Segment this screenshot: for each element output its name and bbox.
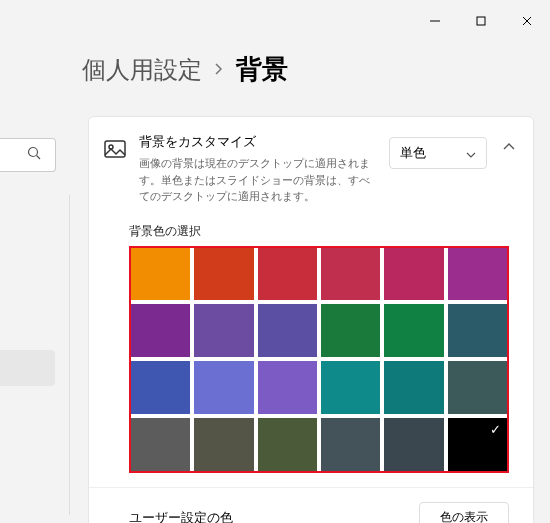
breadcrumb-current: 背景 bbox=[236, 52, 288, 87]
breadcrumb-parent[interactable]: 個人用設定 bbox=[82, 54, 202, 86]
collapse-chevron-icon[interactable] bbox=[499, 143, 519, 151]
color-swatch[interactable] bbox=[321, 418, 380, 471]
color-swatch[interactable] bbox=[321, 304, 380, 357]
color-section-label: 背景色の選択 bbox=[89, 219, 533, 246]
window-titlebar bbox=[0, 0, 550, 40]
color-swatch[interactable] bbox=[321, 361, 380, 414]
color-swatch[interactable] bbox=[131, 361, 190, 414]
customize-header: 背景をカスタマイズ 画像の背景は現在のデスクトップに適用されます。単色またはスラ… bbox=[89, 117, 533, 219]
color-swatch[interactable] bbox=[131, 304, 190, 357]
chevron-right-icon bbox=[214, 62, 224, 78]
view-colors-label: 色の表示 bbox=[440, 510, 488, 523]
color-swatch[interactable] bbox=[448, 304, 507, 357]
close-button[interactable] bbox=[504, 6, 550, 36]
color-swatch[interactable] bbox=[384, 418, 443, 471]
color-swatch[interactable] bbox=[194, 361, 253, 414]
color-swatch[interactable] bbox=[258, 248, 317, 301]
custom-color-row: ユーザー設定の色 色の表示 bbox=[89, 488, 533, 523]
color-swatch[interactable] bbox=[321, 248, 380, 301]
color-swatch[interactable] bbox=[384, 248, 443, 301]
breadcrumb: 個人用設定 背景 bbox=[0, 40, 550, 105]
search-icon bbox=[27, 146, 41, 164]
chevron-down-icon bbox=[466, 146, 476, 161]
search-input[interactable] bbox=[0, 138, 56, 172]
color-swatch[interactable] bbox=[448, 248, 507, 301]
svg-line-5 bbox=[37, 156, 41, 160]
color-swatch[interactable] bbox=[448, 361, 507, 414]
customize-description: 画像の背景は現在のデスクトップに適用されます。単色またはスライドショーの背景は、… bbox=[139, 155, 377, 205]
picture-icon bbox=[103, 137, 127, 161]
color-swatch[interactable] bbox=[194, 304, 253, 357]
color-swatch[interactable] bbox=[258, 304, 317, 357]
color-swatch[interactable] bbox=[131, 248, 190, 301]
color-grid: ✓ bbox=[131, 248, 507, 472]
custom-color-label: ユーザー設定の色 bbox=[129, 509, 233, 523]
svg-rect-1 bbox=[477, 17, 485, 25]
background-type-dropdown[interactable]: 単色 bbox=[389, 137, 487, 169]
color-swatch[interactable] bbox=[194, 418, 253, 471]
sidebar-selected-item[interactable] bbox=[0, 350, 55, 386]
customize-title: 背景をカスタマイズ bbox=[139, 133, 377, 151]
color-swatch[interactable] bbox=[194, 248, 253, 301]
maximize-button[interactable] bbox=[458, 6, 504, 36]
minimize-button[interactable] bbox=[412, 6, 458, 36]
color-swatch[interactable] bbox=[384, 361, 443, 414]
color-swatch[interactable] bbox=[258, 418, 317, 471]
color-swatch[interactable] bbox=[258, 361, 317, 414]
color-swatch[interactable] bbox=[131, 418, 190, 471]
view-colors-button[interactable]: 色の表示 bbox=[419, 502, 509, 523]
background-settings-card: 背景をカスタマイズ 画像の背景は現在のデスクトップに適用されます。単色またはスラ… bbox=[88, 116, 534, 523]
color-swatch[interactable]: ✓ bbox=[448, 418, 507, 471]
svg-point-4 bbox=[29, 148, 38, 157]
color-swatch[interactable] bbox=[384, 304, 443, 357]
color-grid-highlight: ✓ bbox=[129, 246, 509, 474]
svg-rect-6 bbox=[105, 141, 125, 157]
check-icon: ✓ bbox=[490, 422, 501, 437]
dropdown-value: 単色 bbox=[400, 144, 426, 162]
